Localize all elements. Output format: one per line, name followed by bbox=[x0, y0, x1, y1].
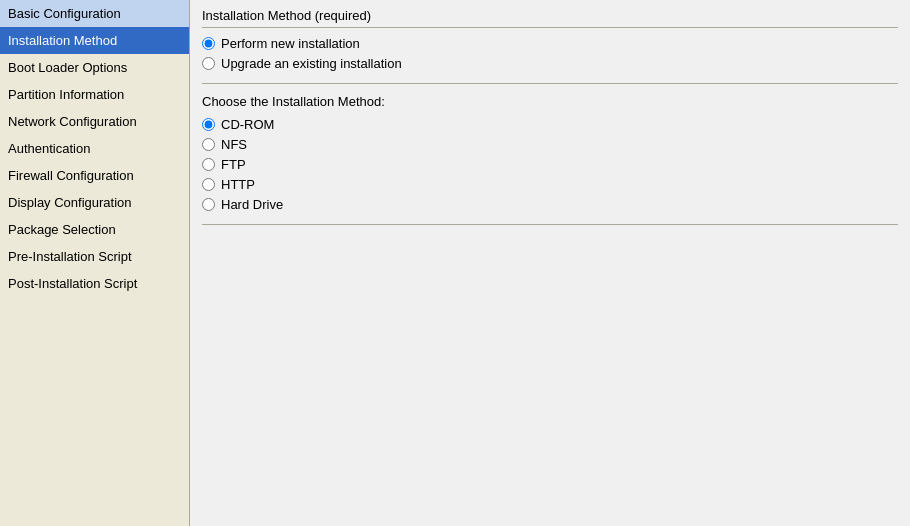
radio-method-nfs[interactable] bbox=[202, 138, 215, 151]
section-title: Installation Method (required) bbox=[202, 8, 898, 28]
sidebar: Basic ConfigurationInstallation MethodBo… bbox=[0, 0, 190, 526]
label-method-hard-drive: Hard Drive bbox=[221, 197, 283, 212]
radio-item-method-hard-drive[interactable]: Hard Drive bbox=[202, 197, 898, 212]
radio-item-method-cdrom[interactable]: CD-ROM bbox=[202, 117, 898, 132]
divider-2 bbox=[202, 224, 898, 225]
radio-item-perform-new[interactable]: Perform new installation bbox=[202, 36, 898, 51]
sidebar-item-pre-installation-script[interactable]: Pre-Installation Script bbox=[0, 243, 189, 270]
radio-item-method-nfs[interactable]: NFS bbox=[202, 137, 898, 152]
sidebar-item-installation-method[interactable]: Installation Method bbox=[0, 27, 189, 54]
radio-upgrade-existing[interactable] bbox=[202, 57, 215, 70]
radio-method-hard-drive[interactable] bbox=[202, 198, 215, 211]
radio-method-ftp[interactable] bbox=[202, 158, 215, 171]
sidebar-item-authentication[interactable]: Authentication bbox=[0, 135, 189, 162]
radio-item-method-http[interactable]: HTTP bbox=[202, 177, 898, 192]
label-method-cdrom: CD-ROM bbox=[221, 117, 274, 132]
radio-method-cdrom[interactable] bbox=[202, 118, 215, 131]
method-subtitle: Choose the Installation Method: bbox=[202, 94, 898, 109]
sidebar-item-partition-information[interactable]: Partition Information bbox=[0, 81, 189, 108]
divider-1 bbox=[202, 83, 898, 84]
label-method-ftp: FTP bbox=[221, 157, 246, 172]
sidebar-item-basic-configuration[interactable]: Basic Configuration bbox=[0, 0, 189, 27]
label-method-http: HTTP bbox=[221, 177, 255, 192]
method-options-group: CD-ROMNFSFTPHTTPHard Drive bbox=[202, 117, 898, 212]
radio-perform-new[interactable] bbox=[202, 37, 215, 50]
sidebar-item-network-configuration[interactable]: Network Configuration bbox=[0, 108, 189, 135]
radio-item-upgrade-existing[interactable]: Upgrade an existing installation bbox=[202, 56, 898, 71]
sidebar-item-package-selection[interactable]: Package Selection bbox=[0, 216, 189, 243]
main-content: Installation Method (required) Perform n… bbox=[190, 0, 910, 526]
label-method-nfs: NFS bbox=[221, 137, 247, 152]
sidebar-item-display-configuration[interactable]: Display Configuration bbox=[0, 189, 189, 216]
radio-method-http[interactable] bbox=[202, 178, 215, 191]
sidebar-item-firewall-configuration[interactable]: Firewall Configuration bbox=[0, 162, 189, 189]
label-upgrade-existing: Upgrade an existing installation bbox=[221, 56, 402, 71]
sidebar-item-post-installation-script[interactable]: Post-Installation Script bbox=[0, 270, 189, 297]
label-perform-new: Perform new installation bbox=[221, 36, 360, 51]
sidebar-item-boot-loader-options[interactable]: Boot Loader Options bbox=[0, 54, 189, 81]
radio-item-method-ftp[interactable]: FTP bbox=[202, 157, 898, 172]
install-options-group: Perform new installationUpgrade an exist… bbox=[202, 36, 898, 71]
